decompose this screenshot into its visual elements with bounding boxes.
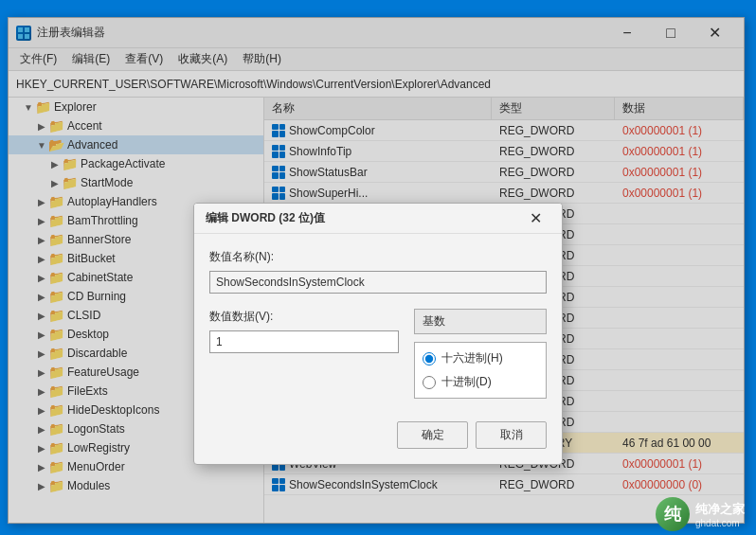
name-input[interactable] bbox=[209, 271, 547, 294]
base-section: 基数 十六进制(H) 十进制(D) bbox=[414, 309, 547, 399]
cancel-button[interactable]: 取消 bbox=[476, 421, 547, 449]
watermark-logo: 纯 bbox=[656, 497, 690, 531]
dialog-title: 编辑 DWORD (32 位)值 bbox=[206, 210, 520, 226]
radio-hex-label[interactable]: 十六进制(H) bbox=[423, 350, 538, 366]
radio-dec-label[interactable]: 十进制(D) bbox=[423, 374, 538, 390]
value-input[interactable] bbox=[209, 330, 399, 353]
radio-hex-input[interactable] bbox=[423, 352, 436, 366]
watermark: 纯 纯净之家 ghdat.com bbox=[656, 497, 745, 531]
value-base-row: 数值数据(V): 基数 十六进制(H) 十进制(D) bbox=[209, 309, 547, 399]
dialog-close-button[interactable]: ✕ bbox=[520, 204, 550, 234]
radio-dec-text: 十进制(D) bbox=[441, 374, 492, 390]
watermark-brand: 纯净之家 ghdat.com bbox=[695, 501, 745, 528]
base-label: 基数 bbox=[414, 309, 547, 334]
main-window: 注册表编辑器 − □ ✕ 文件(F) 编辑(E) 查看(V) 收藏夹(A) 帮助… bbox=[8, 17, 745, 524]
value-label: 数值数据(V): bbox=[209, 309, 399, 325]
dialog-footer: 确定 取消 bbox=[194, 414, 562, 464]
edit-dword-dialog: 编辑 DWORD (32 位)值 ✕ 数值名称(N): 数值数据(V): 基数 bbox=[193, 203, 563, 465]
dialog-overlay: 编辑 DWORD (32 位)值 ✕ 数值名称(N): 数值数据(V): 基数 bbox=[9, 18, 744, 523]
radio-dec-input[interactable] bbox=[423, 376, 436, 389]
radio-hex-text: 十六进制(H) bbox=[441, 350, 503, 366]
ok-button[interactable]: 确定 bbox=[397, 421, 468, 449]
radio-group: 十六进制(H) 十进制(D) bbox=[414, 342, 547, 399]
dialog-body: 数值名称(N): 数值数据(V): 基数 十六进制(H) bbox=[194, 234, 562, 414]
value-section: 数值数据(V): bbox=[209, 309, 399, 353]
name-label: 数值名称(N): bbox=[209, 249, 547, 265]
dialog-title-bar: 编辑 DWORD (32 位)值 ✕ bbox=[194, 204, 562, 234]
